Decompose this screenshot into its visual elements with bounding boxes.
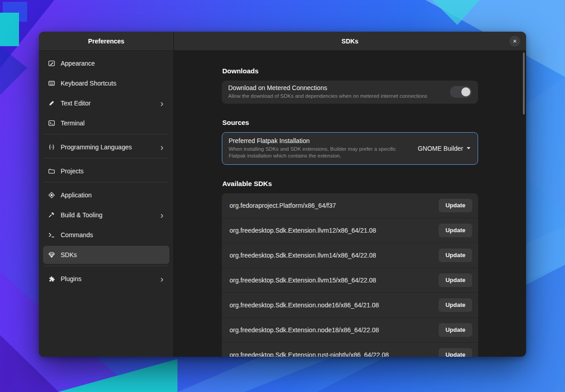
section-downloads: Downloads Download on Metered Connection… (222, 67, 478, 104)
text-editor-icon (48, 100, 55, 107)
sidebar-item-text-editor[interactable]: Text Editor› (43, 94, 169, 112)
update-button[interactable]: Update (439, 323, 472, 337)
plugins-icon (48, 275, 55, 282)
sidebar-item-label: Plugins (61, 275, 160, 282)
metered-switch[interactable] (450, 86, 472, 98)
section-sources: Sources Preferred Flatpak Installation W… (222, 119, 478, 165)
update-button[interactable]: Update (439, 224, 472, 237)
sidebar-item-label: Appearance (61, 60, 164, 67)
keyboard-icon (48, 80, 55, 87)
update-button[interactable]: Update (439, 273, 472, 287)
build-tooling-icon (48, 211, 55, 219)
sdk-name: org.freedesktop.Sdk.Extension.node16/x86… (230, 301, 439, 309)
metered-text: Download on Metered Connections Allow th… (228, 84, 444, 100)
available-sdks-heading: Available SDKs (222, 180, 478, 187)
sidebar-item-label: Keyboard Shortcuts (61, 80, 164, 87)
content-scroll[interactable]: Downloads Download on Metered Connection… (174, 51, 526, 357)
flatpak-installation-row: Preferred Flatpak Installation When inst… (222, 132, 478, 165)
sidebar-title: Preferences (88, 38, 124, 45)
sidebar-item-terminal[interactable]: Terminal (43, 114, 169, 132)
sdk-name: org.freedesktop.Sdk.Extension.llvm12/x86… (230, 227, 439, 234)
chevron-right-icon: › (160, 99, 163, 108)
close-icon: × (513, 38, 517, 45)
sidebar-item-label: Build & Tooling (61, 211, 160, 219)
wallpaper-shape (3, 2, 27, 22)
sidebar-divider (44, 158, 168, 158)
sdk-row: org.fedoraproject.Platform/x86_64/f37Upd… (222, 193, 478, 218)
update-button[interactable]: Update (439, 298, 472, 312)
terminal-icon (48, 120, 55, 127)
sdk-list: org.fedoraproject.Platform/x86_64/f37Upd… (222, 193, 478, 357)
sdk-name: org.freedesktop.Sdk.Extension.llvm15/x86… (230, 277, 439, 284)
sdk-row: org.freedesktop.Sdk.Extension.llvm12/x86… (222, 218, 478, 243)
dropdown-selected-value: GNOME Builder (418, 145, 463, 152)
sidebar-item-label: Application (61, 191, 164, 199)
section-available-sdks: Available SDKs org.fedoraproject.Platfor… (222, 180, 478, 357)
sidebar-item-plugins[interactable]: Plugins› (43, 270, 169, 288)
switch-knob-icon (461, 87, 470, 96)
sidebar-item-label: Programming Languages (61, 143, 160, 151)
flatpak-subtitle: When installing SDKs and SDK extensions,… (229, 146, 410, 160)
sidebar-item-label: Commands (61, 231, 164, 239)
metered-subtitle: Allow the download of SDKs and dependenc… (228, 93, 444, 100)
flatpak-installation-dropdown[interactable]: GNOME Builder (417, 142, 471, 155)
sidebar-divider (44, 134, 168, 134)
sdk-row: org.freedesktop.Sdk.Extension.rust-night… (222, 343, 478, 357)
chevron-right-icon: › (160, 210, 163, 220)
downloads-heading: Downloads (222, 67, 478, 75)
sidebar-item-sdks[interactable]: SDKs (43, 246, 169, 264)
sidebar-item-label: Projects (61, 167, 164, 175)
sdk-name: org.freedesktop.Sdk.Extension.llvm14/x86… (230, 252, 439, 259)
projects-icon (48, 167, 55, 175)
sdk-row: org.freedesktop.Sdk.Extension.node18/x86… (222, 318, 478, 343)
wallpaper-shape (0, 13, 19, 46)
chevron-right-icon: › (160, 143, 163, 152)
flatpak-text: Preferred Flatpak Installation When inst… (229, 137, 411, 160)
sidebar-item-label: Terminal (61, 120, 164, 127)
close-button[interactable]: × (509, 36, 520, 47)
sidebar-item-label: SDKs (61, 251, 164, 258)
content-pane: SDKs × Downloads Download on Metered Con… (174, 32, 526, 357)
dropdown-caret-icon (467, 147, 470, 149)
page-title: SDKs (341, 38, 358, 45)
sdk-row: org.freedesktop.Sdk.Extension.llvm15/x86… (222, 268, 478, 293)
sidebar-item-appearance[interactable]: Appearance (43, 54, 169, 72)
commands-icon (48, 231, 55, 239)
sidebar-item-keyboard-shortcuts[interactable]: Keyboard Shortcuts (43, 74, 169, 92)
sidebar-header: Preferences (39, 32, 173, 51)
metered-connections-row: Download on Metered Connections Allow th… (222, 81, 478, 104)
sidebar-item-projects[interactable]: Projects (43, 162, 169, 180)
desktop-wallpaper: Preferences AppearanceKeyboard Shortcuts… (0, 0, 565, 392)
sidebar-item-application[interactable]: Application (43, 186, 169, 204)
sdk-name: org.freedesktop.Sdk.Extension.node18/x86… (230, 326, 439, 334)
sidebar: Preferences AppearanceKeyboard Shortcuts… (39, 32, 174, 357)
content-clamp: Downloads Download on Metered Connection… (222, 67, 478, 357)
sdk-row: org.freedesktop.Sdk.Extension.node16/x86… (222, 293, 478, 318)
sidebar-item-programming-languages[interactable]: Programming Languages› (43, 138, 169, 156)
sources-heading: Sources (222, 119, 478, 126)
sidebar-divider (44, 182, 168, 182)
appearance-icon (48, 60, 55, 67)
sdk-name: org.freedesktop.Sdk.Extension.rust-night… (230, 351, 439, 357)
metered-title: Download on Metered Connections (228, 84, 444, 91)
sidebar-nav: AppearanceKeyboard ShortcutsText Editor›… (39, 51, 173, 293)
update-button[interactable]: Update (439, 348, 472, 357)
flatpak-title: Preferred Flatpak Installation (229, 137, 411, 144)
application-icon (48, 191, 55, 199)
sdk-name: org.fedoraproject.Platform/x86_64/f37 (230, 202, 439, 209)
programming-languages-icon (48, 143, 55, 151)
chevron-right-icon: › (160, 274, 163, 283)
sidebar-divider (44, 266, 168, 266)
content-header: SDKs × (174, 32, 526, 51)
sdks-icon (48, 251, 55, 258)
update-button[interactable]: Update (439, 199, 472, 212)
scrollbar-thumb[interactable] (523, 53, 525, 115)
preferences-window: Preferences AppearanceKeyboard Shortcuts… (39, 32, 526, 357)
sidebar-item-label: Text Editor (61, 100, 160, 107)
sdk-row: org.freedesktop.Sdk.Extension.llvm14/x86… (222, 243, 478, 268)
sidebar-item-commands[interactable]: Commands (43, 226, 169, 244)
update-button[interactable]: Update (439, 249, 472, 262)
sidebar-item-build-tooling[interactable]: Build & Tooling› (43, 206, 169, 224)
